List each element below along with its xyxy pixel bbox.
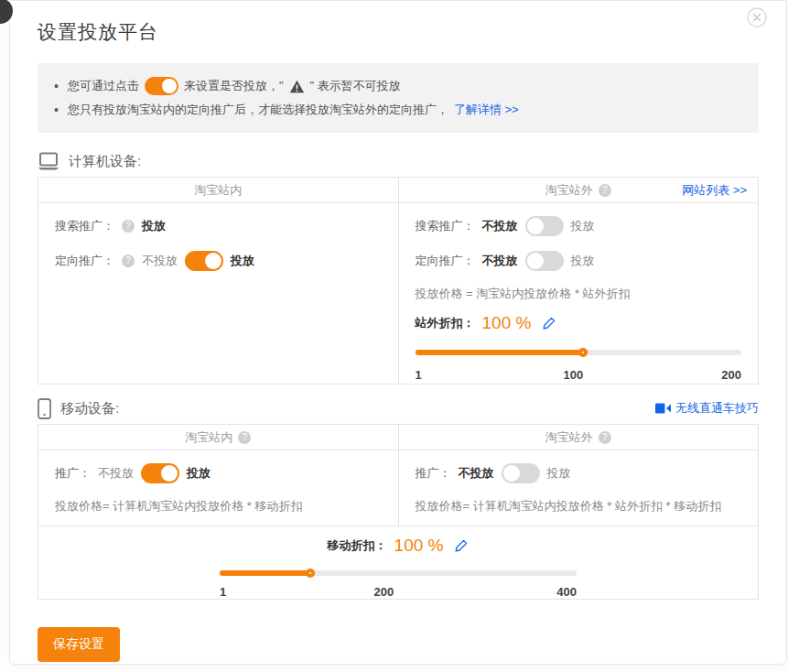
example-toggle bbox=[145, 77, 178, 95]
notice-text: 来设置是否投放，" bbox=[184, 78, 284, 94]
header-taobao-onsite: 淘宝站内 bbox=[38, 178, 398, 202]
toggle-knob bbox=[527, 218, 544, 234]
mobile-onsite-toggle[interactable] bbox=[141, 463, 179, 483]
onsite-targeted-toggle[interactable] bbox=[185, 251, 223, 271]
state-on-label: 投放 bbox=[142, 218, 166, 234]
tick-max: 400 bbox=[556, 585, 577, 599]
mobile-table: 淘宝站内 ? 淘宝站外 ? 推广： 不投放 投放 bbox=[38, 424, 759, 600]
help-icon[interactable]: ? bbox=[599, 184, 611, 197]
mobile-discount-row: 移动折扣： 100 % bbox=[38, 534, 758, 558]
slider-ticks: 1 200 400 bbox=[220, 585, 577, 602]
state-on-label: 投放 bbox=[571, 218, 595, 234]
mobile-discount-section: 移动折扣： 100 % bbox=[38, 526, 758, 599]
edit-pencil-icon[interactable] bbox=[542, 316, 556, 331]
tick-max: 200 bbox=[721, 368, 741, 382]
offsite-discount-slider[interactable] bbox=[416, 344, 742, 361]
warning-icon bbox=[289, 80, 305, 93]
computer-section-header: 计算机设备: bbox=[38, 149, 759, 173]
tick-mid: 200 bbox=[374, 585, 394, 599]
toggle-knob bbox=[161, 465, 178, 482]
discount-label: 站外折扣： bbox=[416, 315, 475, 331]
settings-dialog: 设置投放平台 • 您可通过点击 来设置是否投放，" " 表示暂不可投放 • bbox=[9, 0, 787, 665]
header-label: 淘宝站内 bbox=[185, 429, 232, 446]
row-label: 定向推广： bbox=[416, 253, 475, 269]
row-label: 定向推广： bbox=[55, 253, 114, 269]
mobile-offsite-toggle[interactable] bbox=[502, 463, 540, 483]
help-icon[interactable]: ? bbox=[599, 431, 611, 444]
slider-track[interactable] bbox=[220, 570, 577, 576]
offsite-targeted-row: 定向推广： 不投放 投放 bbox=[416, 244, 742, 278]
toggle-knob bbox=[503, 465, 520, 482]
offsite-search-row: 搜索推广： 不投放 投放 bbox=[416, 209, 742, 244]
row-label: 推广： bbox=[55, 465, 91, 482]
state-on-label: 投放 bbox=[231, 253, 254, 269]
header-label: 淘宝站外 bbox=[545, 182, 593, 199]
slider-ticks: 1 100 200 bbox=[416, 368, 742, 385]
header-taobao-offsite: 淘宝站外 ? bbox=[398, 425, 759, 450]
state-off-label: 不投放 bbox=[142, 253, 178, 269]
onsite-targeted-row: 定向推广： ? 不投放 投放 bbox=[55, 244, 382, 278]
computer-offsite-cell: 搜索推广： 不投放 投放 定向推广： 不投放 投放 投放价格 = 淘宝站内投放价… bbox=[398, 203, 759, 384]
row-label: 推广： bbox=[416, 465, 451, 482]
tick-min: 1 bbox=[220, 585, 226, 599]
mobile-offsite-cell: 推广： 不投放 投放 投放价格= 计算机淘宝站内投放价格 * 站外折扣 * 移动… bbox=[398, 450, 759, 526]
mobile-offsite-promo-row: 推广： 不投放 投放 bbox=[416, 456, 742, 491]
toggle-knob bbox=[162, 79, 177, 93]
video-tips-link-text[interactable]: 无线直通车技巧 bbox=[675, 400, 759, 417]
row-label: 搜索推广： bbox=[55, 218, 114, 234]
offsite-search-toggle[interactable] bbox=[525, 216, 564, 236]
computer-table: 淘宝站内 淘宝站外 ? 网站列表 >> 搜索推广： ? 投放 bbox=[38, 177, 759, 385]
state-off-label: 不投放 bbox=[482, 253, 518, 269]
mobile-onsite-formula: 投放价格= 计算机淘宝站内投放价格 * 移动折扣 bbox=[55, 496, 382, 516]
mobile-section-header: 移动设备: 无线直通车技巧 bbox=[38, 396, 759, 420]
help-icon[interactable]: ? bbox=[122, 220, 135, 233]
computer-table-header: 淘宝站内 淘宝站外 ? 网站列表 >> bbox=[38, 178, 758, 203]
tick-min: 1 bbox=[416, 368, 422, 382]
onsite-search-row: 搜索推广： ? 投放 bbox=[55, 209, 382, 244]
notice-text: 您可通过点击 bbox=[68, 78, 139, 94]
offsite-price-formula: 投放价格 = 淘宝站内投放价格 * 站外折扣 bbox=[416, 284, 742, 304]
state-off-label: 不投放 bbox=[482, 218, 518, 234]
slider-fill bbox=[416, 350, 584, 355]
mobile-discount-slider-wrap: 1 200 400 bbox=[220, 565, 577, 602]
slider-fill bbox=[220, 570, 310, 576]
mobile-table-header: 淘宝站内 ? 淘宝站外 ? bbox=[38, 425, 758, 450]
video-tips-link[interactable]: 无线直通车技巧 bbox=[655, 400, 759, 417]
notice-line-2: • 您只有投放淘宝站内的定向推广后，才能选择投放淘宝站外的定向推广， 了解详情 … bbox=[54, 98, 742, 122]
mobile-offsite-formula: 投放价格= 计算机淘宝站内投放价格 * 站外折扣 * 移动折扣 bbox=[416, 496, 742, 516]
site-list-link[interactable]: 网站列表 >> bbox=[682, 182, 747, 199]
mobile-onsite-cell: 推广： 不投放 投放 投放价格= 计算机淘宝站内投放价格 * 移动折扣 bbox=[38, 450, 398, 526]
slider-handle[interactable] bbox=[578, 348, 588, 357]
notice-line-1: • 您可通过点击 来设置是否投放，" " 表示暂不可投放 bbox=[54, 74, 742, 98]
header-taobao-offsite: 淘宝站外 ? 网站列表 >> bbox=[398, 178, 759, 202]
header-label: 淘宝站外 bbox=[545, 429, 593, 446]
header-label: 淘宝站内 bbox=[194, 182, 242, 199]
state-off-label: 不投放 bbox=[98, 465, 134, 482]
mobile-discount-slider[interactable] bbox=[220, 565, 577, 581]
notice-text: 您只有投放淘宝站内的定向推广后，才能选择投放淘宝站外的定向推广， bbox=[68, 102, 448, 118]
bullet-dot: • bbox=[54, 79, 59, 93]
help-icon[interactable]: ? bbox=[122, 255, 135, 267]
slider-handle[interactable] bbox=[306, 569, 315, 578]
save-settings-button[interactable]: 保存设置 bbox=[38, 627, 120, 662]
page-title: 设置投放平台 bbox=[38, 19, 759, 45]
close-button[interactable] bbox=[747, 7, 767, 27]
tick-mid: 100 bbox=[564, 368, 584, 382]
close-icon bbox=[747, 7, 767, 27]
toggle-knob bbox=[205, 253, 221, 269]
row-label: 搜索推广： bbox=[416, 218, 475, 234]
video-camera-icon bbox=[655, 403, 671, 414]
offsite-discount-row: 站外折扣： 100 % bbox=[416, 309, 742, 337]
section-label-computer: 计算机设备: bbox=[69, 153, 141, 170]
notice-text: " 表示暂不可投放 bbox=[310, 78, 401, 94]
state-on-label: 投放 bbox=[187, 465, 210, 482]
help-icon[interactable]: ? bbox=[238, 431, 251, 444]
state-on-label: 投放 bbox=[571, 253, 595, 269]
edit-pencil-icon[interactable] bbox=[454, 538, 469, 553]
header-taobao-onsite: 淘宝站内 ? bbox=[38, 425, 398, 450]
computer-onsite-cell: 搜索推广： ? 投放 定向推广： ? 不投放 投放 bbox=[38, 203, 398, 384]
computer-icon bbox=[38, 152, 59, 171]
state-off-label: 不投放 bbox=[459, 465, 494, 482]
learn-more-link[interactable]: 了解详情 >> bbox=[454, 102, 519, 118]
offsite-targeted-toggle[interactable] bbox=[525, 251, 564, 271]
